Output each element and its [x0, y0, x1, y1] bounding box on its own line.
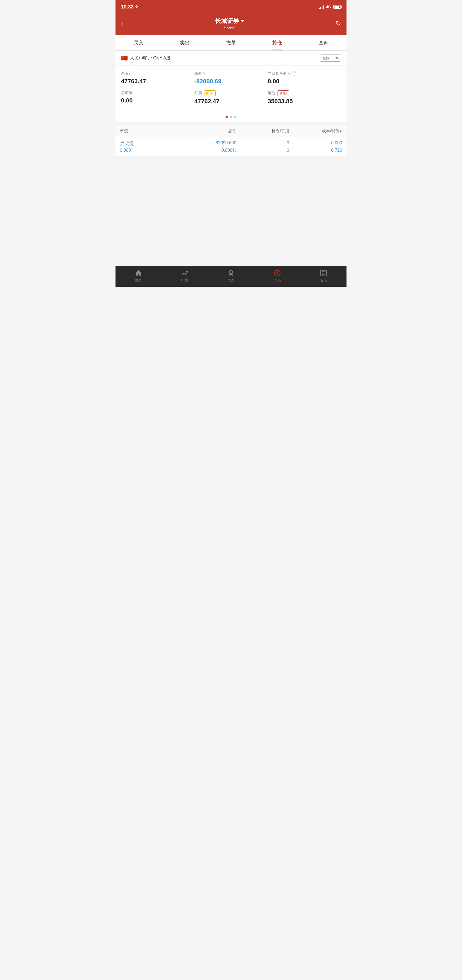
network-type: 4G — [326, 5, 331, 9]
nav-trade-label: 交易 — [274, 278, 281, 283]
status-right: 4G — [319, 5, 341, 9]
nav-home-label: 首页 — [135, 278, 142, 283]
dot-3[interactable] — [234, 116, 237, 118]
empty-space — [116, 156, 346, 266]
dot-1[interactable] — [225, 116, 228, 118]
current-price: 0.720 — [289, 148, 342, 153]
header-title: 长城证券 — [124, 17, 335, 25]
signal-icon — [319, 5, 324, 9]
daily-pnl-value: 0.00 — [268, 78, 341, 85]
svg-text:¥: ¥ — [276, 271, 278, 275]
refresh-button[interactable]: ↻ — [335, 20, 341, 27]
nav-news-label: 资讯 — [320, 278, 327, 283]
tab-sell[interactable]: 卖出 — [162, 35, 208, 50]
pagination-dots — [116, 113, 346, 123]
position-value: 0 — [236, 140, 289, 147]
home-icon — [135, 269, 142, 277]
pnl-pct: 0.000% — [183, 148, 236, 153]
status-time: 10:33 — [121, 4, 138, 10]
svg-point-0 — [229, 270, 233, 274]
nav-home[interactable]: 首页 — [116, 266, 162, 287]
pnl-value: -82090.690 — [183, 140, 236, 147]
status-bar: 10:33 4G — [116, 0, 346, 14]
header-account: **5899 — [124, 26, 335, 30]
row-bottom: 0.000 0.000% 0 0.720 — [120, 148, 342, 153]
nav-watchlist[interactable]: 自选 — [208, 266, 254, 287]
news-icon — [320, 269, 327, 277]
table-row[interactable]: 烯碳退 -82090.690 0 0.000 0.000 0.000% 0 0.… — [116, 137, 346, 156]
account-name: 人民币账户 CNY A股 — [130, 55, 170, 61]
total-market-value: 总市值 0.00 — [121, 91, 194, 105]
bonds-tag[interactable]: 国债› — [204, 91, 216, 96]
account-info: 🇨🇳 人民币账户 CNY A股 — [121, 55, 170, 61]
china-flag-icon: 🇨🇳 — [121, 55, 128, 61]
total-assets-label: 总资产 — [121, 71, 194, 76]
trade-icon: ¥ — [273, 269, 281, 277]
available-label: 可用 国债› — [194, 91, 268, 96]
stats-row-1: 总资产 47763.47 总盈亏 -82090.69 当日参考盈亏 i 0.00 — [121, 71, 341, 85]
nav-market[interactable]: 行情 — [162, 266, 208, 287]
available-value: 47762.47 — [194, 98, 268, 105]
tab-cancel[interactable]: 撤单 — [208, 35, 254, 50]
tab-position[interactable]: 持仓 — [254, 35, 300, 50]
bottom-nav: 首页 行情 自选 ¥ 交易 — [116, 266, 346, 287]
row-top: 烯碳退 -82090.690 0 0.000 — [120, 140, 342, 147]
back-button[interactable]: ‹ — [121, 19, 124, 28]
table-header: 市值 盈亏 持仓/可用 成本/现价 — [116, 125, 346, 137]
tab-buy[interactable]: 买入 — [116, 35, 162, 50]
withdrawable-funds: 可取 转账› 35033.85 — [268, 91, 341, 105]
total-pnl: 总盈亏 -82090.69 — [194, 71, 268, 85]
col-header-market-value: 市值 — [120, 129, 183, 134]
total-pnl-label: 总盈亏 — [194, 71, 268, 76]
header-center: 长城证券 **5899 — [124, 17, 335, 30]
total-assets-value: 47763.47 — [121, 78, 194, 85]
battery-icon — [333, 5, 341, 9]
nav-news[interactable]: 资讯 — [300, 266, 346, 287]
header: ‹ 长城证券 **5899 ↻ — [116, 14, 346, 35]
market-value-cell: 0.000 — [120, 148, 183, 153]
dot-2[interactable] — [230, 116, 232, 118]
info-icon[interactable]: i — [292, 72, 296, 76]
transfer-tag[interactable]: 转账› — [278, 91, 289, 96]
chevron-right-icon — [340, 130, 342, 132]
location-icon — [135, 5, 138, 9]
col-header-cost: 成本/现价 — [289, 129, 342, 134]
stats-row-2: 总市值 0.00 可用 国债› 47762.47 可取 转账› 35033.85 — [121, 91, 341, 105]
account-section: 🇨🇳 人民币账户 CNY A股 仓位 0.0% — [116, 51, 346, 66]
total-assets: 总资产 47763.47 — [121, 71, 194, 85]
nav-market-label: 行情 — [181, 278, 188, 283]
daily-pnl: 当日参考盈亏 i 0.00 — [268, 71, 341, 85]
holdings-table: 市值 盈亏 持仓/可用 成本/现价 烯碳退 -82090.690 0 0.000… — [116, 125, 346, 156]
chart-icon — [181, 269, 189, 277]
position-badge: 仓位 0.0% — [320, 54, 341, 62]
market-value-label: 总市值 — [121, 91, 194, 95]
market-value-value: 0.00 — [121, 97, 194, 104]
col-header-pnl: 盈亏 — [183, 129, 236, 134]
col-header-position: 持仓/可用 — [236, 129, 289, 134]
withdrawable-value: 35033.85 — [268, 98, 341, 105]
nav-trade[interactable]: ¥ 交易 — [254, 266, 300, 287]
dropdown-arrow-icon[interactable] — [241, 20, 244, 22]
total-pnl-value: -82090.69 — [194, 78, 268, 85]
nav-watchlist-label: 自选 — [227, 278, 235, 283]
tab-query[interactable]: 查询 — [300, 35, 346, 50]
available-funds: 可用 国债› 47762.47 — [194, 91, 268, 105]
stats-section: 总资产 47763.47 总盈亏 -82090.69 当日参考盈亏 i 0.00… — [116, 66, 346, 113]
avail-value: 0 — [236, 148, 289, 153]
withdrawable-label: 可取 转账› — [268, 91, 341, 96]
tab-bar: 买入 卖出 撤单 持仓 查询 — [116, 35, 346, 51]
star-icon — [227, 269, 235, 277]
stock-name[interactable]: 烯碳退 — [120, 140, 183, 147]
daily-pnl-label: 当日参考盈亏 i — [268, 71, 341, 76]
cost-price: 0.000 — [289, 140, 342, 147]
